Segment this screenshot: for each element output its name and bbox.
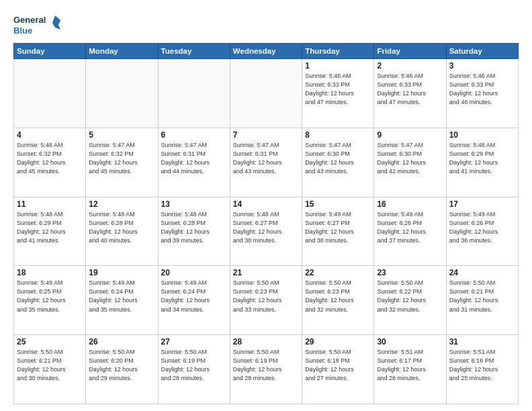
day-number: 5: [89, 130, 154, 140]
calendar-cell: 2Sunrise: 5:46 AMSunset: 6:33 PMDaylight…: [374, 59, 446, 128]
calendar-cell: 24Sunrise: 5:50 AMSunset: 6:21 PMDayligh…: [446, 266, 518, 335]
day-number: 23: [377, 268, 443, 277]
calendar-cell: 3Sunrise: 5:46 AMSunset: 6:33 PMDaylight…: [446, 59, 518, 128]
svg-marker-2: [52, 15, 60, 30]
day-info: Sunrise: 5:50 AMSunset: 6:18 PMDaylight:…: [305, 348, 371, 383]
day-info: Sunrise: 5:48 AMSunset: 6:27 PMDaylight:…: [233, 210, 299, 245]
calendar-cell: 7Sunrise: 5:47 AMSunset: 6:31 PMDaylight…: [230, 128, 302, 197]
weekday-header-sunday: Sunday: [14, 44, 86, 59]
day-number: 8: [305, 130, 371, 140]
calendar-cell: 30Sunrise: 5:51 AMSunset: 6:17 PMDayligh…: [374, 335, 446, 404]
day-number: 2: [377, 61, 443, 71]
day-number: 11: [17, 199, 83, 209]
calendar-cell: 4Sunrise: 5:46 AMSunset: 6:32 PMDaylight…: [14, 128, 86, 197]
calendar-cell: 15Sunrise: 5:49 AMSunset: 6:27 PMDayligh…: [302, 197, 374, 266]
calendar-cell: 13Sunrise: 5:48 AMSunset: 6:28 PMDayligh…: [158, 197, 230, 266]
day-number: 24: [449, 268, 515, 277]
day-number: 20: [161, 268, 227, 277]
calendar-cell: 11Sunrise: 5:48 AMSunset: 6:29 PMDayligh…: [14, 197, 86, 266]
day-info: Sunrise: 5:50 AMSunset: 6:22 PMDaylight:…: [377, 279, 443, 314]
day-number: 14: [233, 199, 299, 209]
day-info: Sunrise: 5:49 AMSunset: 6:24 PMDaylight:…: [161, 279, 227, 314]
calendar-cell: 5Sunrise: 5:47 AMSunset: 6:32 PMDaylight…: [86, 128, 158, 197]
calendar-cell: 18Sunrise: 5:49 AMSunset: 6:25 PMDayligh…: [14, 266, 86, 335]
day-number: 7: [233, 130, 299, 140]
day-info: Sunrise: 5:49 AMSunset: 6:24 PMDaylight:…: [89, 279, 154, 314]
svg-text:General: General: [13, 15, 46, 25]
week-row-5: 25Sunrise: 5:50 AMSunset: 6:21 PMDayligh…: [14, 335, 519, 404]
day-number: 4: [17, 130, 83, 140]
calendar-cell: 26Sunrise: 5:50 AMSunset: 6:20 PMDayligh…: [86, 335, 158, 404]
calendar-cell: 22Sunrise: 5:50 AMSunset: 6:23 PMDayligh…: [302, 266, 374, 335]
day-info: Sunrise: 5:48 AMSunset: 6:29 PMDaylight:…: [17, 210, 83, 245]
calendar-cell: 25Sunrise: 5:50 AMSunset: 6:21 PMDayligh…: [14, 335, 86, 404]
calendar-cell: 31Sunrise: 5:51 AMSunset: 6:16 PMDayligh…: [446, 335, 518, 404]
day-number: 1: [305, 61, 371, 71]
calendar-cell: [86, 59, 158, 128]
calendar-cell: 9Sunrise: 5:47 AMSunset: 6:30 PMDaylight…: [374, 128, 446, 197]
day-info: Sunrise: 5:46 AMSunset: 6:33 PMDaylight:…: [305, 72, 371, 107]
day-info: Sunrise: 5:46 AMSunset: 6:32 PMDaylight:…: [17, 141, 83, 176]
day-info: Sunrise: 5:50 AMSunset: 6:20 PMDaylight:…: [89, 348, 154, 383]
day-number: 21: [233, 268, 299, 277]
calendar-cell: 23Sunrise: 5:50 AMSunset: 6:22 PMDayligh…: [374, 266, 446, 335]
calendar-cell: 10Sunrise: 5:48 AMSunset: 6:29 PMDayligh…: [446, 128, 518, 197]
week-row-4: 18Sunrise: 5:49 AMSunset: 6:25 PMDayligh…: [14, 266, 519, 335]
calendar-cell: [230, 59, 302, 128]
week-row-3: 11Sunrise: 5:48 AMSunset: 6:29 PMDayligh…: [14, 197, 519, 266]
day-info: Sunrise: 5:46 AMSunset: 6:33 PMDaylight:…: [449, 72, 515, 107]
calendar-cell: 8Sunrise: 5:47 AMSunset: 6:30 PMDaylight…: [302, 128, 374, 197]
weekday-header-saturday: Saturday: [446, 44, 518, 59]
calendar-cell: 14Sunrise: 5:48 AMSunset: 6:27 PMDayligh…: [230, 197, 302, 266]
day-number: 28: [233, 337, 299, 347]
day-info: Sunrise: 5:50 AMSunset: 6:19 PMDaylight:…: [161, 348, 227, 383]
day-number: 26: [89, 337, 154, 347]
day-number: 30: [377, 337, 443, 347]
day-number: 6: [161, 130, 227, 140]
day-number: 9: [377, 130, 443, 140]
weekday-header-thursday: Thursday: [302, 44, 374, 59]
day-info: Sunrise: 5:50 AMSunset: 6:21 PMDaylight:…: [17, 348, 83, 383]
day-number: 29: [305, 337, 371, 347]
day-info: Sunrise: 5:47 AMSunset: 6:30 PMDaylight:…: [377, 141, 443, 176]
day-info: Sunrise: 5:48 AMSunset: 6:28 PMDaylight:…: [161, 210, 227, 245]
day-number: 31: [449, 337, 515, 347]
weekday-header-wednesday: Wednesday: [230, 44, 302, 59]
day-number: 27: [161, 337, 227, 347]
calendar-cell: [158, 59, 230, 128]
day-number: 25: [17, 337, 83, 347]
day-info: Sunrise: 5:47 AMSunset: 6:31 PMDaylight:…: [233, 141, 299, 176]
calendar-table: SundayMondayTuesdayWednesdayThursdayFrid…: [13, 43, 519, 404]
day-number: 10: [449, 130, 515, 140]
day-info: Sunrise: 5:49 AMSunset: 6:27 PMDaylight:…: [305, 210, 371, 245]
day-info: Sunrise: 5:49 AMSunset: 6:26 PMDaylight:…: [377, 210, 443, 245]
day-info: Sunrise: 5:49 AMSunset: 6:25 PMDaylight:…: [17, 279, 83, 314]
svg-text:Blue: Blue: [13, 26, 32, 36]
day-info: Sunrise: 5:51 AMSunset: 6:16 PMDaylight:…: [449, 348, 515, 383]
day-info: Sunrise: 5:50 AMSunset: 6:21 PMDaylight:…: [449, 279, 515, 314]
day-info: Sunrise: 5:50 AMSunset: 6:23 PMDaylight:…: [305, 279, 371, 314]
weekday-header-tuesday: Tuesday: [158, 44, 230, 59]
day-info: Sunrise: 5:49 AMSunset: 6:26 PMDaylight:…: [449, 210, 515, 245]
calendar-cell: 20Sunrise: 5:49 AMSunset: 6:24 PMDayligh…: [158, 266, 230, 335]
calendar-cell: 6Sunrise: 5:47 AMSunset: 6:31 PMDaylight…: [158, 128, 230, 197]
day-info: Sunrise: 5:47 AMSunset: 6:31 PMDaylight:…: [161, 141, 227, 176]
day-info: Sunrise: 5:48 AMSunset: 6:29 PMDaylight:…: [449, 141, 515, 176]
day-number: 22: [305, 268, 371, 277]
day-info: Sunrise: 5:51 AMSunset: 6:17 PMDaylight:…: [377, 348, 443, 383]
weekday-header-monday: Monday: [86, 44, 158, 59]
day-number: 15: [305, 199, 371, 209]
week-row-1: 1Sunrise: 5:46 AMSunset: 6:33 PMDaylight…: [14, 59, 519, 128]
day-number: 19: [89, 268, 154, 277]
day-number: 18: [17, 268, 83, 277]
day-info: Sunrise: 5:48 AMSunset: 6:28 PMDaylight:…: [89, 210, 154, 245]
day-number: 16: [377, 199, 443, 209]
day-info: Sunrise: 5:47 AMSunset: 6:30 PMDaylight:…: [305, 141, 371, 176]
day-info: Sunrise: 5:46 AMSunset: 6:33 PMDaylight:…: [377, 72, 443, 107]
logo: General Blue: [13, 12, 60, 39]
calendar-cell: 21Sunrise: 5:50 AMSunset: 6:23 PMDayligh…: [230, 266, 302, 335]
calendar-cell: [14, 59, 86, 128]
logo-svg: General Blue: [13, 12, 60, 39]
day-number: 17: [449, 199, 515, 209]
calendar-cell: 16Sunrise: 5:49 AMSunset: 6:26 PMDayligh…: [374, 197, 446, 266]
